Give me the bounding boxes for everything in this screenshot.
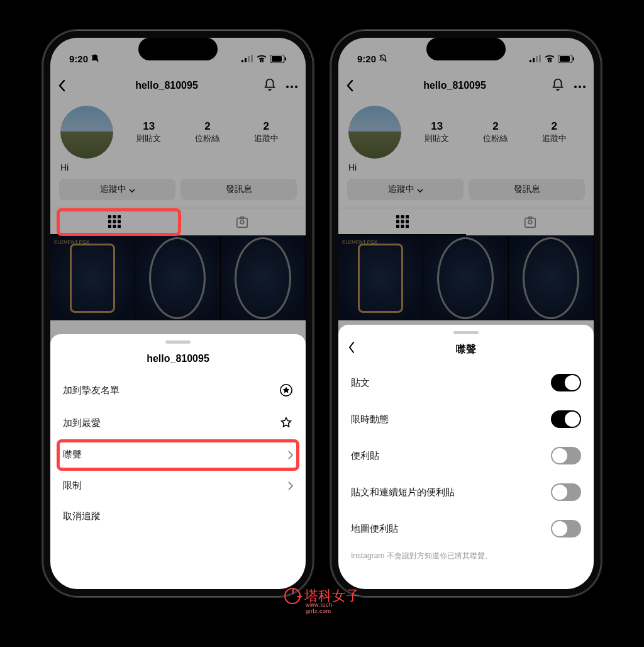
sheet-item-restrict[interactable]: 限制	[50, 470, 306, 501]
mute-toggle-map-notes[interactable]: 地圖便利貼	[338, 510, 594, 547]
mute-toggle-posts[interactable]: 貼文	[338, 364, 594, 401]
dynamic-island	[426, 38, 506, 60]
toggle-switch[interactable]	[551, 447, 581, 464]
toggle-switch[interactable]	[551, 374, 581, 391]
sheet-item-close-friends[interactable]: 加到摯友名單	[50, 374, 306, 407]
toggle-switch[interactable]	[551, 410, 581, 428]
following-sheet: hello_810095 加到摯友名單 加到最愛 噤聲 限制	[50, 334, 306, 589]
mute-toggle-posts-reels-notes[interactable]: 貼文和連續短片的便利貼	[338, 474, 594, 510]
grab-handle[interactable]	[453, 331, 479, 334]
sheet-item-mute[interactable]: 噤聲	[50, 439, 306, 470]
watermark-icon	[284, 588, 301, 604]
sheet-item-favorites[interactable]: 加到最愛	[50, 407, 306, 439]
sheet-title: 噤聲	[456, 343, 476, 356]
sheet-item-unfollow[interactable]: 取消追蹤	[50, 501, 306, 532]
star-circle-icon	[279, 383, 293, 397]
sheet-title: hello_810095	[147, 353, 209, 364]
mute-sheet: 噤聲 貼文 限時動態 便利貼 貼文和連續短片的便利貼	[338, 325, 594, 589]
phone-right: 9:20 hello_810095	[331, 30, 601, 597]
phone-left: 9:20 hello_810095	[43, 30, 313, 597]
dynamic-island	[138, 38, 218, 60]
chevron-right-icon	[288, 481, 293, 490]
star-outline-icon	[279, 416, 293, 430]
mute-toggle-stories[interactable]: 限時動態	[338, 401, 594, 437]
grab-handle[interactable]	[165, 340, 191, 344]
toggle-switch[interactable]	[551, 520, 581, 537]
toggle-switch[interactable]	[551, 483, 581, 501]
watermark: 塔科女子 www.tech-girlz.com	[284, 587, 360, 605]
watermark-url: www.tech-girlz.com	[306, 602, 360, 614]
mute-toggle-notes[interactable]: 便利貼	[338, 437, 594, 474]
chevron-right-icon	[288, 451, 293, 459]
mute-note: Instagram 不會讓對方知道你已將其噤聲。	[338, 547, 594, 561]
sheet-back-button[interactable]	[348, 342, 355, 356]
